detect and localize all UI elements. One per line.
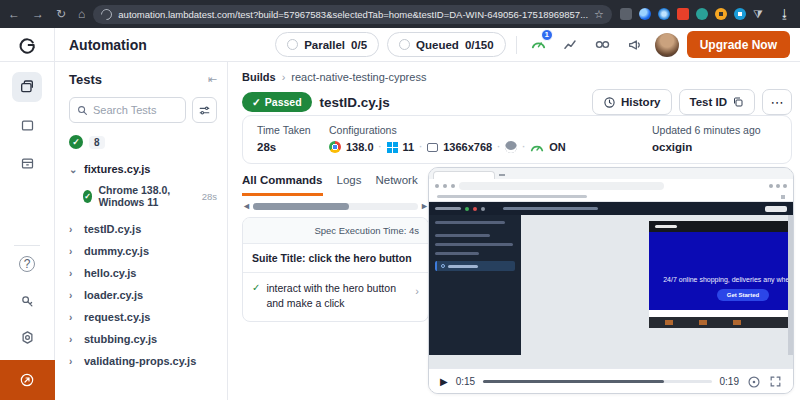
- time-taken-label: Time Taken: [257, 124, 329, 136]
- browser-version: 138.0: [346, 141, 374, 153]
- video-bottom-strip: [429, 355, 793, 368]
- upgrade-now-button[interactable]: Upgrade Now: [687, 31, 790, 58]
- integrations-button[interactable]: [591, 33, 615, 57]
- tab-all-commands[interactable]: All Commands: [242, 174, 323, 196]
- video-cypress-runner-bar: [429, 202, 793, 215]
- extensions-puzzle-icon[interactable]: ⧩: [753, 8, 763, 21]
- scroll-left-icon[interactable]: ◄: [242, 201, 251, 211]
- tree-item-label: request.cy.js: [84, 311, 150, 323]
- video-get-started-button: Get Started: [717, 289, 769, 301]
- breadcrumb-builds-link[interactable]: Builds: [242, 71, 276, 83]
- product-switcher-button[interactable]: [0, 360, 55, 400]
- video-browser-menu-dots: [769, 184, 787, 188]
- chevron-right-icon: ›: [69, 334, 78, 345]
- tree-item-label: testID.cy.js: [84, 223, 141, 235]
- bookmark-star-icon[interactable]: ☆: [594, 8, 604, 21]
- filter-tests-button[interactable]: [192, 97, 217, 123]
- history-button[interactable]: History: [592, 89, 672, 115]
- insights-button[interactable]: [559, 33, 583, 57]
- tree-item-request[interactable]: › request.cy.js: [69, 306, 217, 328]
- history-clock-icon: [603, 96, 616, 109]
- tab-logs[interactable]: Logs: [337, 174, 362, 196]
- collapse-sidebar-icon[interactable]: ⇤: [208, 73, 217, 86]
- rail-archive-button[interactable]: [12, 148, 42, 178]
- breadcrumb-current[interactable]: react-native-testing-cypress: [291, 71, 426, 83]
- screenshot-extension-icon[interactable]: [620, 8, 632, 20]
- test-info-card: Time Taken 28s Configurations 138.0 · 11…: [242, 115, 792, 164]
- edge-extension-icon[interactable]: [639, 8, 651, 20]
- bookmark-extension-icon[interactable]: [677, 8, 689, 20]
- tab-network[interactable]: Network: [375, 174, 417, 196]
- help-button[interactable]: ?: [19, 256, 35, 272]
- settings-button[interactable]: [12, 322, 42, 352]
- passed-check-icon: ✓: [83, 190, 92, 203]
- commands-panel: Spec Execution Time: 4s Suite Title: cli…: [242, 217, 429, 322]
- left-rail: ?: [0, 62, 55, 400]
- tree-child-label: Chrome 138.0, Windows 11: [98, 184, 195, 208]
- video-controls: ▶ 0:15 0:19: [429, 368, 793, 394]
- speedometer-button[interactable]: 1: [527, 33, 551, 57]
- tree-item-validating-props[interactable]: › validating-props.cy.js: [69, 350, 217, 372]
- divider: [14, 245, 40, 246]
- chevron-right-icon: ›: [69, 224, 78, 235]
- play-button[interactable]: ▶: [440, 376, 448, 387]
- search-tests-input[interactable]: [93, 104, 178, 116]
- downloads-icon[interactable]: ⭳: [779, 7, 791, 21]
- updated-user: ocxigin: [652, 141, 761, 153]
- download-manager-extension-icon[interactable]: [734, 8, 746, 20]
- access-key-button[interactable]: [12, 286, 42, 316]
- scrollbar-thumb[interactable]: [253, 203, 349, 210]
- tree-item-fixtures[interactable]: ⌄ fixtures.cy.js: [69, 163, 217, 175]
- rail-sessions-button[interactable]: [12, 110, 42, 140]
- reload-icon[interactable]: ↻: [56, 8, 66, 20]
- status-badge-label: Passed: [265, 96, 302, 108]
- parallel-status-button[interactable]: Parallel 0/5: [275, 32, 379, 57]
- rail-builds-button[interactable]: [12, 72, 42, 102]
- screen: ← → ↻ ⌂ automation.lambdatest.com/test?b…: [0, 0, 800, 400]
- os-version: 11: [403, 141, 415, 153]
- tree-item-stubbing[interactable]: › stubbing.cy.js: [69, 328, 217, 350]
- tree-item-loader[interactable]: › loader.cy.js: [69, 284, 217, 306]
- back-icon[interactable]: ←: [8, 8, 20, 20]
- announcements-button[interactable]: [623, 33, 647, 57]
- tree-item-testid[interactable]: › testID.cy.js: [69, 218, 217, 240]
- lambdatest-logo[interactable]: [0, 28, 55, 61]
- fullscreen-button[interactable]: [769, 375, 782, 388]
- orange-extension-icon[interactable]: [715, 8, 727, 20]
- lambdatest-extension-icon[interactable]: [696, 8, 708, 20]
- tree-item-hello[interactable]: › hello.cy.js: [69, 262, 217, 284]
- playback-settings-button[interactable]: [747, 375, 761, 389]
- divider: [516, 36, 517, 54]
- video-progress-bar[interactable]: [483, 380, 711, 383]
- tree-item-dummy[interactable]: › dummy.cy.js: [69, 240, 217, 262]
- site-settings-icon[interactable]: [99, 6, 115, 22]
- video-runner-sidebar: [429, 215, 521, 355]
- search-tests-box[interactable]: [69, 97, 186, 123]
- parallel-label: Parallel: [304, 39, 345, 51]
- more-options-button[interactable]: ⋯: [762, 89, 792, 115]
- video-browser-tab-strip: [429, 168, 793, 179]
- blue-extension-icon[interactable]: [658, 8, 670, 20]
- user-avatar[interactable]: [655, 33, 679, 57]
- video-app-under-test: 24/7 online shopping, deliveries any whe…: [649, 221, 794, 328]
- video-frame[interactable]: 24/7 online shopping, deliveries any whe…: [429, 168, 793, 368]
- test-id-button[interactable]: Test ID: [679, 89, 756, 115]
- search-icon: [77, 105, 88, 116]
- step-label: interact with the hero button and make a…: [266, 281, 409, 311]
- scrollbar-track[interactable]: [253, 203, 418, 210]
- updated-label: Updated 6 minutes ago: [652, 124, 761, 136]
- home-icon[interactable]: ⌂: [78, 8, 85, 20]
- tabs-horizontal-scrollbar[interactable]: ◄ ►: [242, 201, 429, 211]
- forward-icon[interactable]: →: [32, 8, 44, 20]
- resolution-value: 1366x768: [443, 141, 492, 153]
- queued-status-button[interactable]: Queued 0/150: [387, 32, 506, 57]
- address-bar[interactable]: automation.lambdatest.com/test?build=579…: [93, 5, 612, 24]
- window-icon: [20, 118, 35, 133]
- video-nav-dot: [435, 184, 439, 188]
- url-text[interactable]: automation.lambdatest.com/test?build=579…: [118, 9, 588, 20]
- command-step-row[interactable]: ✓ interact with the hero button and make…: [243, 273, 428, 321]
- tree-item-label: loader.cy.js: [84, 289, 143, 301]
- video-progress-fill: [483, 380, 663, 383]
- video-hero-caption: 24/7 online shopping, deliveries any whe…: [663, 276, 794, 283]
- tree-child-chrome-windows[interactable]: ✓ Chrome 138.0, Windows 11 28s: [83, 184, 217, 208]
